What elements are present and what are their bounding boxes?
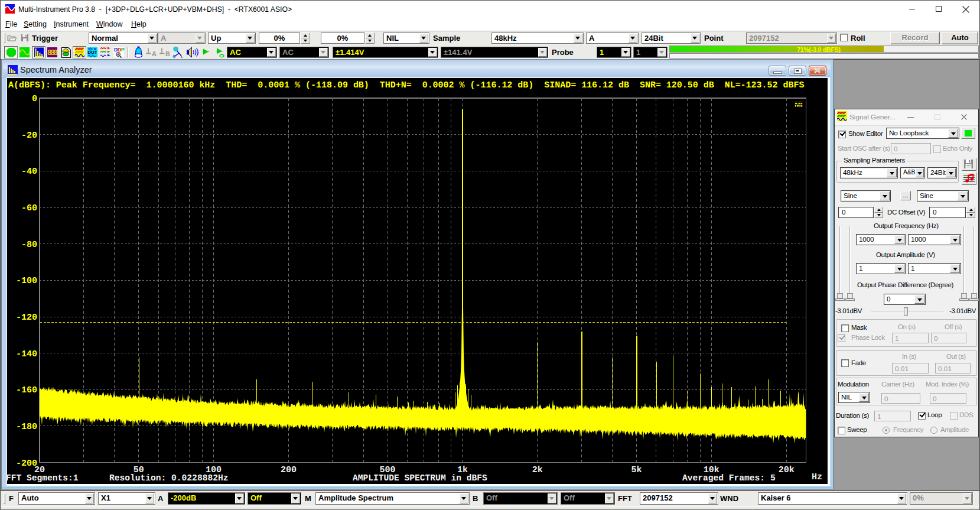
svg-text:0: 0 bbox=[32, 94, 37, 104]
svg-text:8: 8 bbox=[54, 48, 58, 57]
svg-text:-100: -100 bbox=[16, 276, 37, 286]
svg-text:-140: -140 bbox=[16, 349, 37, 359]
svg-text:Hz: Hz bbox=[812, 472, 822, 482]
svg-text:A: A bbox=[152, 50, 157, 57]
svg-text:200: 200 bbox=[281, 465, 297, 475]
svg-text:Mi: Mi bbox=[795, 100, 802, 109]
svg-text:-120: -120 bbox=[16, 313, 37, 323]
svg-text:20k: 20k bbox=[779, 465, 795, 475]
svg-text:-180: -180 bbox=[16, 422, 37, 432]
svg-text:-80: -80 bbox=[21, 240, 37, 250]
svg-text:-60: -60 bbox=[21, 203, 37, 213]
svg-text:-160: -160 bbox=[16, 385, 37, 395]
svg-text:2k: 2k bbox=[532, 465, 543, 475]
svg-text:DUT: DUT bbox=[87, 50, 97, 55]
svg-text:-20: -20 bbox=[21, 131, 37, 141]
svg-text:B: B bbox=[165, 50, 170, 57]
svg-text:P: P bbox=[121, 47, 125, 53]
svg-text:-40: -40 bbox=[21, 167, 37, 177]
svg-text:5k: 5k bbox=[631, 465, 642, 475]
